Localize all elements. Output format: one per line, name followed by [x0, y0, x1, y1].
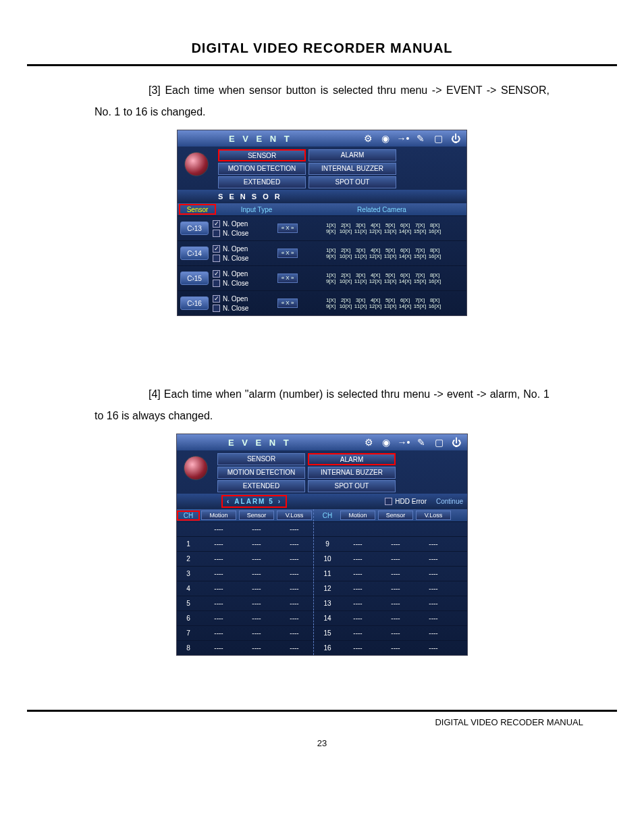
vloss-cell[interactable]: ---- [275, 615, 313, 622]
camera-slot[interactable]: 14[X] [398, 253, 412, 259]
motion-cell[interactable]: ---- [200, 615, 238, 622]
camera-slot[interactable]: 8[X] [428, 272, 441, 278]
motion-cell[interactable]: ---- [339, 570, 377, 577]
tab-alarm[interactable]: ALARM [308, 149, 396, 161]
tab-sensor[interactable]: SENSOR [218, 149, 306, 161]
camera-slot[interactable]: 5[X] [383, 297, 397, 303]
camera-slot[interactable]: 13[X] [383, 228, 397, 234]
camera-slot[interactable]: 10[X] [339, 303, 352, 309]
motion-cell[interactable]: ---- [339, 615, 377, 622]
vloss-cell[interactable]: ---- [275, 555, 313, 563]
sensor-cell[interactable]: ---- [238, 570, 275, 577]
alarm-number-stepper[interactable]: ‹ ALARM 5 › [221, 495, 287, 508]
pen-icon[interactable]: ✎ [414, 132, 427, 145]
vloss-cell[interactable]: ---- [275, 540, 313, 548]
tab-internal-buzzer[interactable]: INTERNAL BUZZER [308, 163, 396, 175]
speaker-icon[interactable]: →• [397, 436, 410, 448]
camera-slot[interactable]: 14[X] [398, 228, 412, 234]
power-icon[interactable]: ⏻ [449, 132, 462, 145]
sensor-cell[interactable]: ---- [238, 615, 275, 622]
camera-slot[interactable]: 1[X] [324, 272, 338, 278]
vloss-cell[interactable]: ---- [414, 629, 452, 637]
camera-slot[interactable]: 12[X] [369, 228, 382, 234]
related-camera-toggle[interactable]: « X » [277, 273, 298, 283]
camera-slot[interactable]: 7[X] [413, 272, 427, 278]
n-close-checkbox[interactable] [213, 255, 220, 262]
tab-extended[interactable]: EXTENDED [217, 480, 305, 492]
screen-icon[interactable]: ▢ [431, 132, 445, 145]
sensor-cell[interactable]: ---- [238, 555, 275, 563]
camera-slot[interactable]: 8[X] [428, 247, 441, 253]
camera-slot[interactable]: 4[X] [369, 297, 382, 303]
tab-extended[interactable]: EXTENDED [218, 176, 306, 188]
motion-cell[interactable]: ---- [200, 555, 238, 563]
motion-cell[interactable]: ---- [339, 585, 377, 592]
camera-slot[interactable]: 4[X] [369, 272, 382, 278]
motion-cell[interactable]: ---- [200, 629, 238, 637]
camera-slot[interactable]: 2[X] [339, 272, 352, 278]
hdd-error-checkbox[interactable] [385, 498, 392, 505]
camera-slot[interactable]: 7[X] [413, 297, 427, 303]
camera-slot[interactable]: 2[X] [339, 247, 352, 253]
n-close-checkbox[interactable] [213, 305, 220, 312]
camera-slot[interactable]: 2[X] [339, 297, 352, 303]
motion-cell[interactable]: ---- [200, 600, 238, 607]
camera-slot[interactable]: 12[X] [369, 253, 382, 259]
camera-slot[interactable]: 9[X] [324, 278, 338, 284]
pen-icon[interactable]: ✎ [414, 436, 428, 448]
camera-slot[interactable]: 12[X] [369, 303, 382, 309]
camera-slot[interactable]: 11[X] [354, 278, 367, 284]
camera-slot[interactable]: 6[X] [398, 222, 412, 228]
n-open-checkbox[interactable]: ✓ [213, 295, 220, 303]
camera-slot[interactable]: 10[X] [339, 253, 352, 259]
screen-icon[interactable]: ▢ [432, 436, 446, 448]
camera-slot[interactable]: 13[X] [383, 253, 397, 259]
sensor-cell[interactable]: ---- [377, 570, 414, 577]
motion-cell[interactable]: ---- [339, 555, 377, 563]
related-camera-toggle[interactable]: « X » [277, 249, 298, 258]
chevron-right-icon[interactable]: › [278, 498, 281, 505]
sensor-channel-chip[interactable]: C›15 [180, 271, 209, 285]
sensor-cell[interactable]: ---- [238, 629, 275, 637]
motion-cell[interactable]: ---- [339, 600, 377, 607]
sensor-cell[interactable]: ---- [238, 600, 275, 607]
camera-slot[interactable]: 3[X] [354, 297, 367, 303]
sensor-cell[interactable]: ---- [377, 629, 414, 637]
camera-slot[interactable]: 5[X] [383, 222, 397, 228]
sensor-cell[interactable]: ---- [377, 600, 414, 607]
camera-slot[interactable]: 8[X] [428, 222, 441, 228]
camera-slot[interactable]: 1[X] [324, 297, 338, 303]
camera-slot[interactable]: 16[X] [428, 228, 441, 234]
tab-alarm[interactable]: ALARM [308, 453, 396, 465]
camera-slot[interactable]: 11[X] [354, 228, 367, 234]
vloss-cell[interactable]: ---- [414, 555, 452, 563]
tab-motion-detection[interactable]: MOTION DETECTION [217, 467, 305, 479]
eye-icon[interactable]: ◉ [379, 132, 392, 145]
vloss-cell[interactable]: ---- [275, 629, 313, 637]
camera-slot[interactable]: 1[X] [324, 247, 338, 253]
sensor-cell[interactable]: ---- [377, 555, 414, 563]
camera-slot[interactable]: 6[X] [398, 272, 412, 278]
sensor-cell[interactable]: ---- [238, 644, 275, 652]
sensor-cell[interactable]: ---- [377, 644, 414, 652]
motion-cell[interactable]: ---- [339, 644, 377, 652]
camera-slot[interactable]: 16[X] [428, 303, 441, 309]
n-open-checkbox[interactable]: ✓ [213, 270, 220, 278]
camera-slot[interactable]: 13[X] [383, 303, 397, 309]
tab-spot-out[interactable]: SPOT OUT [308, 176, 396, 188]
n-close-checkbox[interactable] [213, 280, 220, 287]
sensor-cell[interactable]: ---- [238, 585, 275, 592]
camera-slot[interactable]: 4[X] [369, 222, 382, 228]
camera-slot[interactable]: 8[X] [428, 297, 441, 303]
camera-slot[interactable]: 14[X] [398, 303, 412, 309]
camera-slot[interactable]: 16[X] [428, 253, 441, 259]
camera-slot[interactable]: 7[X] [413, 222, 427, 228]
camera-slot[interactable]: 2[X] [339, 222, 352, 228]
camera-slot[interactable]: 14[X] [398, 278, 412, 284]
tab-internal-buzzer[interactable]: INTERNAL BUZZER [308, 467, 396, 479]
camera-slot[interactable]: 6[X] [398, 247, 412, 253]
camera-slot[interactable]: 16[X] [428, 278, 441, 284]
camera-slot[interactable]: 5[X] [383, 272, 397, 278]
camera-slot[interactable]: 15[X] [413, 228, 427, 234]
sensor-cell[interactable]: ---- [377, 540, 414, 548]
